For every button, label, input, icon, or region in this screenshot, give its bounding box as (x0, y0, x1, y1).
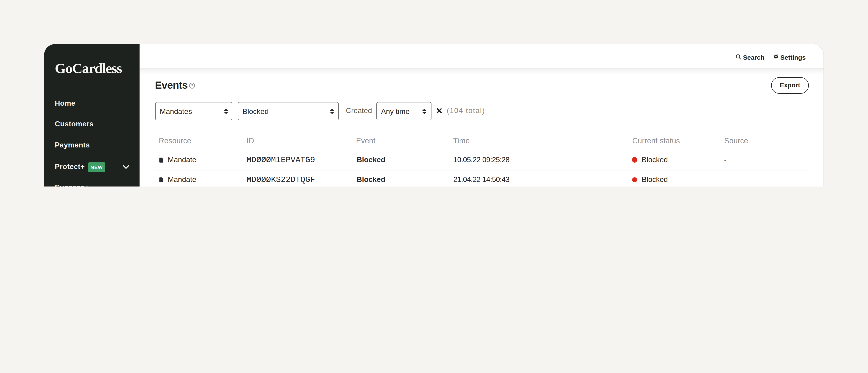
svg-text:?: ? (191, 84, 193, 88)
